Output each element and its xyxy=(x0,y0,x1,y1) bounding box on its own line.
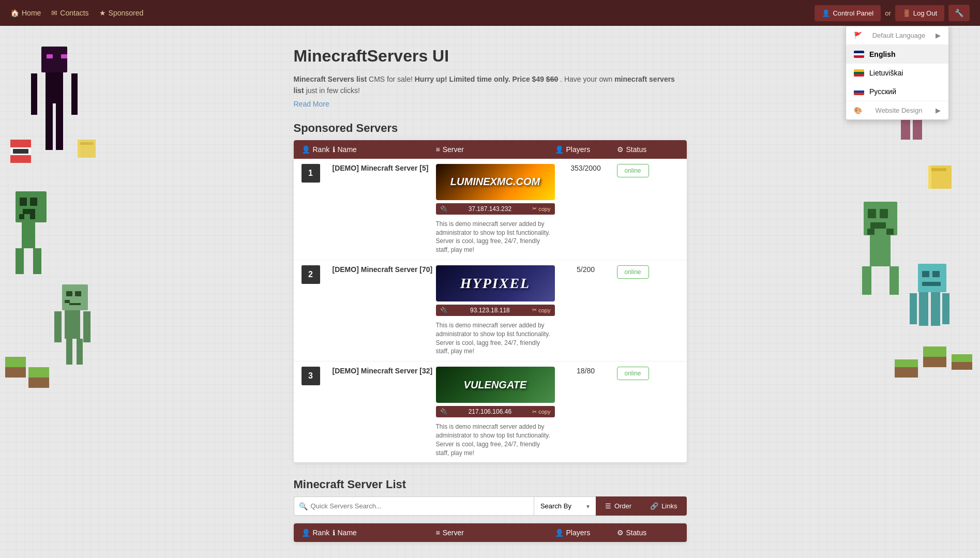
svg-rect-69 xyxy=(895,359,918,378)
list-rank-header: 👤 Rank xyxy=(301,529,333,537)
banner-text-3: VULENGATE xyxy=(464,379,527,391)
svg-rect-11 xyxy=(23,209,35,214)
svg-rect-29 xyxy=(28,367,49,388)
svg-rect-2 xyxy=(61,54,67,58)
logout-button[interactable]: 🚪 Log Out xyxy=(895,5,944,21)
palette-icon: 🎨 xyxy=(854,107,862,114)
status-badge-2: online xyxy=(617,265,649,279)
contacts-link[interactable]: ✉ Contacts xyxy=(51,9,88,17)
site-title: MinecraftServers UI xyxy=(294,47,687,66)
server-name-1[interactable]: [DEMO] Minecraft Server [5] xyxy=(333,164,436,172)
links-button[interactable]: 🔗 Links xyxy=(641,496,686,516)
svg-rect-12 xyxy=(19,214,24,219)
svg-rect-9 xyxy=(20,198,27,206)
control-panel-button[interactable]: 👤 Control Panel xyxy=(815,5,881,21)
info-icon: ℹ xyxy=(333,145,335,154)
language-option-english[interactable]: English xyxy=(846,45,948,64)
copy-label-2: copy xyxy=(538,307,550,313)
rank-header: 👤 Rank xyxy=(301,145,333,154)
svg-rect-63 xyxy=(919,292,928,326)
svg-rect-32 xyxy=(80,142,93,145)
list-players-label: Players xyxy=(566,529,591,537)
promo-span-3: just in few clicks! xyxy=(306,86,360,95)
svg-rect-66 xyxy=(942,293,949,324)
rank-cell-1: 1 xyxy=(301,164,333,183)
list-rank-icon: 👤 xyxy=(301,529,310,537)
order-button[interactable]: ☰ Order xyxy=(596,496,641,516)
language-dropdown: 🚩 Default Language ▶ English Lietuviškai… xyxy=(846,26,949,120)
search-input[interactable] xyxy=(294,496,534,516)
server-header: ≡ Server xyxy=(436,145,555,154)
list-server-header: ≡ Server xyxy=(436,529,555,537)
copy-icon-1: ✂ xyxy=(532,205,537,212)
svg-rect-50 xyxy=(864,202,897,235)
svg-rect-70 xyxy=(895,367,918,378)
status-header: ⚙ Status xyxy=(617,145,679,154)
server-plug-icon-1: 🔌 xyxy=(440,205,448,213)
svg-rect-10 xyxy=(30,198,37,206)
language-option-russian[interactable]: Русский xyxy=(846,82,948,101)
copy-button-1[interactable]: ✂ copy xyxy=(532,205,550,212)
list-status-label: Status xyxy=(626,529,647,537)
name-header: ℹ Name xyxy=(333,145,436,154)
svg-rect-68 xyxy=(923,357,946,367)
server-list-table-header: 👤 Rank ℹ Name ≡ Server 👤 Players ⚙ S xyxy=(294,523,687,542)
order-icon: ☰ xyxy=(605,502,611,510)
left-decoration-svg xyxy=(0,36,124,424)
svg-rect-15 xyxy=(16,248,24,274)
server-banner-3[interactable]: VULENGATE xyxy=(436,367,555,403)
flag-gb xyxy=(854,51,864,58)
server-list-table: 👤 Rank ℹ Name ≡ Server 👤 Players ⚙ S xyxy=(294,523,687,542)
svg-rect-61 xyxy=(932,271,940,277)
server-ip-2: 93.123.18.118 xyxy=(470,307,510,314)
server-banner-1[interactable]: LUMINEXMC.COM xyxy=(436,164,555,200)
rank-header-label: Rank xyxy=(313,145,330,154)
status-badge-3: online xyxy=(617,367,649,380)
language-option-lithuanian[interactable]: Lietuviškai xyxy=(846,64,948,82)
svg-rect-58 xyxy=(889,266,899,295)
promo-span-2: . Have your own xyxy=(560,75,614,83)
svg-rect-67 xyxy=(923,346,946,367)
svg-rect-30 xyxy=(28,378,49,388)
server-name-3[interactable]: [DEMO] Minecraft Server [32] xyxy=(333,367,436,375)
or-text: or xyxy=(885,9,891,17)
search-select-wrapper: Search By xyxy=(534,496,596,516)
svg-rect-8 xyxy=(16,191,47,222)
svg-rect-33 xyxy=(78,140,80,158)
chevron-right-icon-2: ▶ xyxy=(936,107,941,114)
copy-icon-2: ✂ xyxy=(532,307,537,313)
nav-right: 👤 Control Panel or 🚪 Log Out 🔧 xyxy=(815,5,970,21)
sponsored-label: Sponsored xyxy=(109,9,144,17)
home-link[interactable]: 🏠 Home xyxy=(10,9,41,17)
search-by-select[interactable]: Search By xyxy=(534,496,596,516)
wrench-button[interactable]: 🔧 xyxy=(948,5,970,21)
svg-rect-56 xyxy=(870,235,891,266)
strikethrough-price: $60 xyxy=(546,75,558,83)
players-count-3: 18/80 xyxy=(555,367,617,375)
list-server-label: Server xyxy=(443,529,464,537)
svg-rect-65 xyxy=(910,293,917,324)
svg-rect-13 xyxy=(30,214,35,219)
players-count-2: 5/200 xyxy=(555,265,617,274)
svg-rect-25 xyxy=(66,339,72,365)
svg-rect-53 xyxy=(870,222,886,229)
read-more-link[interactable]: Read More xyxy=(294,100,329,108)
svg-rect-49 xyxy=(928,165,931,189)
copy-button-2[interactable]: ✂ copy xyxy=(532,307,550,313)
server-ip-1: 37.187.143.232 xyxy=(469,205,511,213)
rank-cell-3: 3 xyxy=(301,367,333,385)
sponsored-link[interactable]: ★ Sponsored xyxy=(99,9,144,17)
list-players-icon: 👤 xyxy=(555,529,564,537)
server-ip-row-1: 🔌 37.187.143.232 ✂ copy xyxy=(436,203,555,215)
server-banner-2[interactable]: HYPIXEL xyxy=(436,265,555,301)
sponsored-servers-table: 👤 Rank ℹ Name ≡ Server 👤 Players ⚙ Statu… xyxy=(294,140,687,463)
logout-icon: 🚪 xyxy=(902,9,911,17)
status-cell-2: online xyxy=(617,265,679,279)
copy-button-3[interactable]: ✂ copy xyxy=(532,409,550,415)
list-name-header: ℹ Name xyxy=(333,529,436,537)
svg-rect-54 xyxy=(867,229,875,235)
server-name-2[interactable]: [DEMO] Minecraft Server [70] xyxy=(333,265,436,274)
players-icon: 👤 xyxy=(555,145,564,154)
players-header-label: Players xyxy=(566,145,591,154)
status-cell-1: online xyxy=(617,164,679,177)
